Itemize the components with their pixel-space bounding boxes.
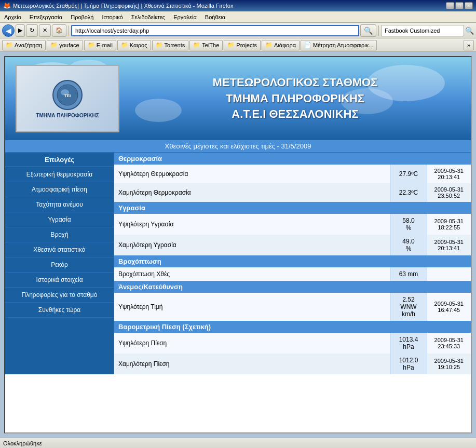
temp-max-timestamp: 2009-05-31 20:13:41	[427, 165, 471, 183]
window-title: Μετεωρολογικός Σταθμός| | Τμήμα Πληροφορ…	[13, 3, 234, 9]
title-bar-controls: _ □ ×	[446, 2, 473, 9]
reload-button[interactable]: ↻	[26, 24, 38, 37]
search-icon[interactable]: 🔍	[465, 26, 474, 35]
humidity-min-label: Χαμηλότερη Υγρασία	[114, 235, 390, 255]
header-content: TEI ΤΜΗΜΑ ΠΛΗΡΟΦΟΡΙΚΗΣ ΜΕΤΕΩΡΟΛΟΓΙΚΟΣ ΣΤ…	[16, 65, 460, 132]
bookmark-torrents[interactable]: 📁 Torrents	[152, 40, 189, 50]
menu-tools[interactable]: Εργαλεία	[169, 13, 201, 21]
data-table: Θερμοκρασία Υψηλότερη Θερμοκρασία 27.9ºC…	[114, 153, 471, 374]
menu-history[interactable]: Ιστορικό	[98, 13, 127, 21]
bookmark-icon-projects: 📁	[227, 42, 235, 48]
minimize-button[interactable]: _	[446, 2, 454, 9]
weather-header: TEI ΤΜΗΜΑ ΠΛΗΡΟΦΟΡΙΚΗΣ ΜΕΤΕΩΡΟΛΟΓΙΚΟΣ ΣΤ…	[5, 57, 471, 140]
baro-max-value: 1013.4 hPa	[390, 333, 427, 354]
section-wind-header: Άνεμος/Κατεύθυνση	[114, 281, 471, 293]
rain-timestamp	[427, 267, 471, 281]
bookmark-label-torrents: Torrents	[165, 42, 185, 48]
sidebar-item-info[interactable]: Πληροφορίες για το σταθμό	[5, 288, 114, 303]
bookmark-teithe[interactable]: 📁 TeiThe	[189, 40, 223, 50]
humidity-max-label: Υψηλότερη Υγρασία	[114, 214, 390, 235]
back-button[interactable]: ◀	[2, 24, 15, 37]
sidebar-item-temperature[interactable]: Εξωτερική θερμοκρασία	[5, 167, 114, 182]
baro-min-label: Χαμηλότερη Πίεση	[114, 354, 390, 374]
main-layout: Επιλογές Εξωτερική θερμοκρασία Ατμοσφαιρ…	[5, 153, 471, 374]
title-line3: Α.Τ.Ε.Ι ΘΕΣΣΑΛΟΝΙΚΗΣ	[232, 107, 358, 120]
nav-separator-2	[378, 25, 379, 36]
title-line1: ΜΕΤΕΩΡΟΛΟΓΙΚΟΣ ΣΤΑΘΜΟΣ	[213, 76, 378, 89]
baro-max-label: Υψηλότερη Πίεση	[114, 333, 390, 354]
bookmark-email[interactable]: 📁 E-mail	[84, 40, 116, 50]
bookmark-search[interactable]: 📁 Αναζήτηση	[2, 40, 46, 50]
table-row: Χαμηλότερη Πίεση 1012.0 hPa 2009-05-31 1…	[114, 354, 471, 374]
temp-min-timestamp: 2009-05-31 23:50:52	[427, 183, 471, 202]
sidebar-item-records[interactable]: Ρεκόρ	[5, 257, 114, 273]
status-text: Ολοκληρώθηκε	[3, 440, 42, 446]
logo-text: ΤΜΗΜΑ ΠΛΗΡΟΦΟΡΙΚΗΣ	[36, 113, 99, 118]
sidebar-item-humidity[interactable]: Υγρασία	[5, 212, 114, 227]
bookmark-diafora[interactable]: 📁 Διάφορα	[262, 40, 300, 50]
baro-min-value: 1012.0 hPa	[390, 354, 427, 374]
bookmark-metrisi[interactable]: 📄 Μέτρηση Ατμοσφαιρικ...	[301, 40, 377, 50]
menu-help[interactable]: Βοήθεια	[201, 13, 229, 21]
maximize-button[interactable]: □	[455, 2, 464, 9]
bookmark-label-search: Αναζήτηση	[15, 42, 42, 48]
home-button[interactable]: 🏠	[52, 24, 66, 37]
content-area: TEI ΤΜΗΜΑ ΠΛΗΡΟΦΟΡΙΚΗΣ ΜΕΤΕΩΡΟΛΟΓΙΚΟΣ ΣΤ…	[0, 52, 476, 438]
sidebar: Επιλογές Εξωτερική θερμοκρασία Ατμοσφαιρ…	[5, 153, 114, 374]
table-row: Χαμηλότερη Υγρασία 49.0 % 2009-05-31 20:…	[114, 235, 471, 255]
address-bar[interactable]	[71, 25, 359, 36]
table-row: Χαμηλότερη Θερμοκρασία 22.3ºC 2009-05-31…	[114, 183, 471, 202]
bookmark-youface[interactable]: 📁 youface	[47, 40, 83, 50]
firefox-icon: 🦊	[3, 2, 11, 9]
bookmarks-more-button[interactable]: »	[464, 40, 474, 50]
wind-label: Υψηλότερη Τιμή	[114, 293, 390, 321]
temp-min-value: 22.3ºC	[390, 183, 427, 202]
temp-min-label: Χαμηλότερη Θερμοκρασία	[114, 183, 390, 202]
go-button[interactable]: 🔍	[360, 24, 376, 37]
rain-value: 63 mm	[390, 267, 427, 281]
bookmark-label-teithe: TeiThe	[202, 42, 219, 48]
bookmark-label-kairos: Καιρος	[130, 42, 147, 48]
bookmark-icon-youface: 📁	[50, 42, 58, 48]
temp-max-value: 27.9ºC	[390, 165, 427, 183]
menu-file[interactable]: Αρχείο	[0, 13, 25, 21]
search-input[interactable]	[381, 25, 464, 36]
subtitle-text: Χθεσινές μέγιστες και ελάχιστες τιμές - …	[165, 142, 311, 150]
bookmarks-bar: 📁 Αναζήτηση 📁 youface 📁 E-mail 📁 Καιρος …	[0, 38, 476, 52]
sidebar-item-now[interactable]: Συνθήκες τώρα	[5, 303, 114, 318]
section-temperature-header: Θερμοκρασία	[114, 153, 471, 165]
title-bar-left: 🦊 Μετεωρολογικός Σταθμός| | Τμήμα Πληροφ…	[3, 2, 234, 9]
sidebar-item-historical[interactable]: Ιστορικά στοιχεία	[5, 273, 114, 288]
menu-view[interactable]: Προβολή	[66, 13, 98, 21]
menu-edit[interactable]: Επεξεργασία	[25, 13, 66, 21]
forward-button[interactable]: ▶	[16, 24, 25, 37]
bookmark-label-youface: youface	[59, 42, 79, 48]
browser-content: TEI ΤΜΗΜΑ ΠΛΗΡΟΦΟΡΙΚΗΣ ΜΕΤΕΩΡΟΛΟΓΙΚΟΣ ΣΤ…	[4, 56, 472, 433]
bookmark-label-projects: Projects	[236, 42, 257, 48]
sidebar-item-rain[interactable]: Βροχή	[5, 227, 114, 242]
section-temperature: Θερμοκρασία	[114, 153, 471, 165]
bookmark-label-diafora: Διάφορα	[274, 42, 296, 48]
bookmark-kairos[interactable]: 📁 Καιρος	[117, 40, 151, 50]
nav-bar: ◀ ▶ ↻ ✕ 🏠 🔍 🔍	[0, 23, 476, 38]
header-logo: TEI ΤΜΗΜΑ ΠΛΗΡΟΦΟΡΙΚΗΣ	[16, 65, 119, 132]
bookmark-icon-diafora: 📁	[265, 42, 273, 48]
sidebar-item-pressure[interactable]: Ατμοσφαιρική πίεση	[5, 182, 114, 197]
bookmark-icon-torrents: 📁	[156, 42, 163, 48]
table-row: Υψηλότερη Πίεση 1013.4 hPa 2009-05-31 23…	[114, 333, 471, 354]
close-button[interactable]: ×	[465, 2, 473, 9]
bookmark-label-email: E-mail	[97, 42, 113, 48]
sidebar-item-yesterday[interactable]: Χθεσινά στατιστικά	[5, 242, 114, 257]
menu-bookmarks[interactable]: Σελιδοδείκτες	[127, 13, 169, 21]
header-title: ΜΕΤΕΩΡΟΛΟΓΙΚΟΣ ΣΤΑΘΜΟΣ ΤΜΗΜΑ ΠΛΗΡΟΦΟΡΙΚΗ…	[130, 75, 460, 123]
humidity-min-timestamp: 2009-05-31 20:13:41	[427, 235, 471, 255]
section-barometric: Βαρομετρική Πίεση (Σχετική)	[114, 321, 471, 333]
rain-label: Βροχόπτωση Χθές	[114, 267, 390, 281]
section-humidity-header: Υγρασία	[114, 202, 471, 214]
data-table-container: Θερμοκρασία Υψηλότερη Θερμοκρασία 27.9ºC…	[114, 153, 471, 374]
sidebar-title: Επιλογές	[5, 153, 114, 167]
sidebar-item-wind[interactable]: Ταχύτητα ανέμου	[5, 197, 114, 212]
bookmark-projects[interactable]: 📁 Projects	[224, 40, 261, 50]
stop-button[interactable]: ✕	[39, 24, 51, 37]
table-row: Βροχόπτωση Χθές 63 mm	[114, 267, 471, 281]
